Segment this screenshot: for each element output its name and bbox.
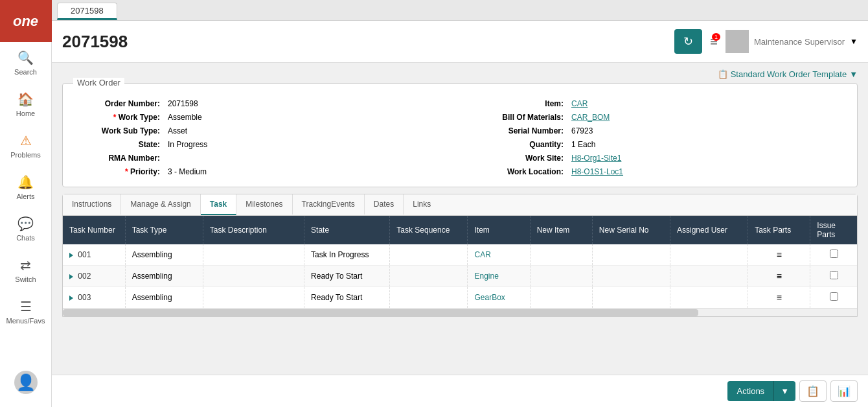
sidebar-item-chats[interactable]: 💬 Chats xyxy=(0,208,51,250)
value-state: In Progress xyxy=(168,140,207,149)
table-row: 003 Assembling Ready To Start GearBox ≡ xyxy=(63,287,857,308)
cell-serial-3 xyxy=(592,287,670,308)
col-task-number: Task Number xyxy=(63,216,125,244)
org-chart-button[interactable]: 📊 xyxy=(830,380,858,402)
field-serial-number: Serial Number: 67923 xyxy=(473,126,844,135)
issue-checkbox-2[interactable] xyxy=(830,271,838,279)
refresh-button[interactable]: ↻ xyxy=(674,29,702,54)
user-dropdown-arrow[interactable]: ▼ xyxy=(850,37,858,46)
field-bom: Bill Of Materials: CAR_BOM xyxy=(473,113,844,122)
cell-issue-1[interactable] xyxy=(810,244,857,266)
copy-button[interactable]: 📋 xyxy=(799,380,827,402)
value-quantity: 1 Each xyxy=(571,140,595,149)
tab-task[interactable]: Task xyxy=(201,194,236,215)
sidebar-item-search[interactable]: 🔍 Search xyxy=(0,42,51,84)
col-task-description: Task Description xyxy=(203,216,304,244)
label-priority: * Priority: xyxy=(76,167,160,176)
template-button[interactable]: 📋 Standard Work Order Template ▼ xyxy=(718,69,858,79)
cell-task-number-1: 001 xyxy=(63,244,125,266)
cell-task-type-3: Assembling xyxy=(125,287,203,308)
menu-button[interactable]: ≡ 1 xyxy=(710,34,718,49)
value-item[interactable]: CAR xyxy=(571,99,588,108)
sidebar-item-switch[interactable]: ⇄ Switch xyxy=(0,250,51,291)
cell-issue-3[interactable] xyxy=(810,287,857,308)
search-icon: 🔍 xyxy=(17,50,34,65)
row-flag-3 xyxy=(69,296,73,301)
work-order-card: Work Order Order Number: 2071598 * Work … xyxy=(62,83,858,187)
user-name: Maintenance Supervisor xyxy=(754,37,845,47)
cell-state-3: Ready To Start xyxy=(304,287,390,308)
cell-state-2: Ready To Start xyxy=(304,266,390,287)
cell-new-item-3 xyxy=(530,287,592,308)
cell-task-type-1: Assembling xyxy=(125,244,203,266)
sidebar-item-home-label: Home xyxy=(16,110,35,117)
work-order-fields: Order Number: 2071598 * Work Type: Assem… xyxy=(76,94,844,176)
template-label: Standard Work Order Template xyxy=(731,69,847,79)
cell-parts-2[interactable]: ≡ xyxy=(748,266,810,287)
row-flag-1 xyxy=(69,253,73,258)
tab-bar: 2071598 xyxy=(52,0,868,21)
template-bar: 📋 Standard Work Order Template ▼ xyxy=(62,69,858,79)
sidebar-item-problems[interactable]: ⚠ Problems xyxy=(0,125,51,167)
cell-issue-2[interactable] xyxy=(810,266,857,287)
cell-parts-1[interactable]: ≡ xyxy=(748,244,810,266)
scrollbar-thumb[interactable] xyxy=(63,309,698,316)
value-work-location[interactable]: H8-O1S1-Loc1 xyxy=(571,167,623,176)
sidebar-item-menus[interactable]: ☰ Menus/Favs xyxy=(0,291,51,332)
tab-links[interactable]: Links xyxy=(404,194,440,215)
cell-item-3[interactable]: GearBox xyxy=(468,287,530,308)
wo-left-fields: Order Number: 2071598 * Work Type: Assem… xyxy=(76,99,447,176)
sidebar-user-avatar[interactable]: 👤 xyxy=(0,363,51,402)
sidebar-item-problems-label: Problems xyxy=(10,151,40,159)
actions-button[interactable]: Actions xyxy=(727,381,773,401)
sidebar-item-menus-label: Menus/Favs xyxy=(6,317,45,325)
tab-dates[interactable]: Dates xyxy=(365,194,404,215)
tab-instructions[interactable]: Instructions xyxy=(63,194,121,215)
cell-seq-2 xyxy=(390,266,468,287)
row-flag-2 xyxy=(69,274,73,279)
sidebar-item-search-label: Search xyxy=(14,68,37,76)
task-table: Task Number Task Type Task Description S… xyxy=(63,216,857,308)
issue-checkbox-1[interactable] xyxy=(830,250,838,258)
tab-manage-assign[interactable]: Manage & Assign xyxy=(121,194,200,215)
field-state: State: In Progress xyxy=(76,140,447,149)
issue-checkbox-3[interactable] xyxy=(830,292,838,301)
app-logo: one xyxy=(0,0,52,42)
cell-seq-1 xyxy=(390,244,468,266)
switch-icon: ⇄ xyxy=(20,257,31,273)
tab-tracking-events[interactable]: TrackingEvents xyxy=(293,194,365,215)
page-tab[interactable]: 2071598 xyxy=(57,3,117,20)
actions-dropdown-button[interactable]: ▼ xyxy=(773,381,795,401)
bottom-bar: Actions ▼ 📋 📊 xyxy=(52,375,868,407)
cell-task-number-3: 003 xyxy=(63,287,125,308)
col-new-item: New Item xyxy=(530,216,592,244)
label-serial-number: Serial Number: xyxy=(473,126,564,135)
horizontal-scrollbar[interactable] xyxy=(63,308,857,316)
cell-user-1 xyxy=(670,244,748,266)
col-task-parts: Task Parts xyxy=(748,216,810,244)
home-icon: 🏠 xyxy=(17,91,34,107)
tabs-header: Instructions Manage & Assign Task Milest… xyxy=(63,194,857,216)
field-rma-number: RMA Number: xyxy=(76,154,447,163)
value-bom[interactable]: CAR_BOM xyxy=(571,113,610,122)
field-work-type: * Work Type: Assemble xyxy=(76,113,447,122)
sidebar-item-switch-label: Switch xyxy=(15,275,36,283)
field-work-sub-type: Work Sub Type: Asset xyxy=(76,126,447,135)
task-table-header: Task Number Task Type Task Description S… xyxy=(63,216,857,244)
cell-parts-3[interactable]: ≡ xyxy=(748,287,810,308)
sidebar-item-chats-label: Chats xyxy=(16,234,35,242)
sidebar-item-alerts-label: Alerts xyxy=(16,192,34,200)
sidebar-item-home[interactable]: 🏠 Home xyxy=(0,84,51,125)
value-work-site[interactable]: H8-Org1-Site1 xyxy=(571,154,621,163)
tab-milestones[interactable]: Milestones xyxy=(236,194,292,215)
sidebar-item-alerts[interactable]: 🔔 Alerts xyxy=(0,167,51,208)
label-work-site: Work Site: xyxy=(473,154,564,163)
cell-item-2[interactable]: Engine xyxy=(468,266,530,287)
field-work-location: Work Location: H8-O1S1-Loc1 xyxy=(473,167,844,176)
value-serial-number: 67923 xyxy=(571,126,593,135)
label-quantity: Quantity: xyxy=(473,140,564,149)
template-dropdown-icon: ▼ xyxy=(849,69,858,79)
cell-item-1[interactable]: CAR xyxy=(468,244,530,266)
cell-task-type-2: Assembling xyxy=(125,266,203,287)
col-item: Item xyxy=(468,216,530,244)
